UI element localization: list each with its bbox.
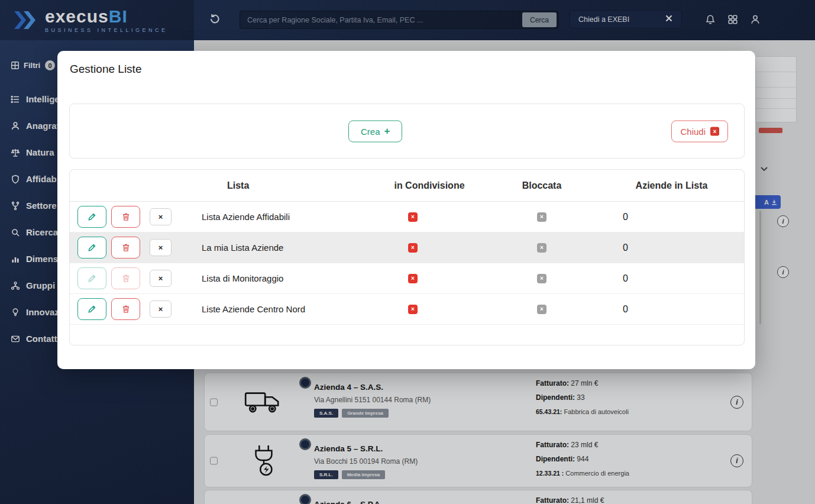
table-row[interactable]: × Lista di Monitoraggio × × 0 (70, 263, 744, 294)
create-list-button[interactable]: Crea + (348, 120, 402, 142)
blocked-state-badge: × (537, 305, 546, 314)
trash-icon (122, 243, 130, 252)
trash-icon (122, 274, 130, 283)
delete-list-button[interactable] (111, 298, 140, 320)
close-modal-label: Chiudi (680, 126, 706, 136)
blocked-state-badge: × (537, 212, 546, 222)
delete-list-button[interactable] (111, 206, 140, 228)
blocked-state-badge: × (537, 274, 546, 283)
pencil-icon (88, 305, 96, 314)
modal-toolbar: Crea + Chiudi × (69, 104, 745, 159)
list-name: La mia Lista Aziende (202, 243, 373, 253)
plus-icon: + (384, 127, 390, 135)
pencil-icon (88, 274, 96, 283)
close-x-icon: × (710, 127, 719, 135)
companies-count: 0 (598, 212, 745, 222)
modal-title: Gestione Liste (70, 63, 141, 76)
list-name: Lista Aziende Affidabili (202, 212, 373, 222)
delete-list-button[interactable] (111, 237, 140, 259)
remove-from-list-button[interactable]: × (150, 270, 172, 287)
shared-state-badge: × (408, 274, 418, 283)
companies-count: 0 (598, 304, 745, 315)
edit-list-button[interactable] (77, 206, 106, 228)
table-header-row: Lista in Condivisione Bloccata Aziende i… (70, 170, 744, 202)
remove-from-list-button[interactable]: × (150, 239, 172, 256)
pencil-icon (88, 212, 96, 221)
trash-icon (122, 212, 130, 221)
shared-state-badge: × (408, 305, 418, 314)
shared-state-badge: × (408, 212, 418, 222)
trash-icon (122, 305, 130, 314)
remove-from-list-button[interactable]: × (150, 208, 172, 225)
column-header-bloccata: Bloccata (486, 180, 598, 191)
companies-count: 0 (598, 243, 745, 253)
edit-list-button[interactable] (77, 298, 106, 320)
column-header-condivisione: in Condivisione (373, 180, 486, 191)
gestione-liste-modal: Gestione Liste Crea + Chiudi × Lista in … (57, 51, 755, 369)
app-root: execusBI BUSINESS INTELLIGENCE Cerca Chi… (0, 0, 815, 504)
close-modal-button[interactable]: Chiudi × (671, 120, 728, 142)
pencil-icon (88, 243, 96, 252)
table-row[interactable]: × Lista Aziende Affidabili × × 0 (70, 202, 744, 232)
edit-list-button[interactable] (77, 237, 106, 259)
remove-from-list-button[interactable]: × (150, 301, 172, 318)
table-row[interactable]: × La mia Lista Aziende × × 0 (70, 232, 744, 263)
table-row[interactable]: × Liste Aziende Centro Nord × × 0 (70, 294, 744, 325)
create-list-label: Crea (361, 126, 380, 136)
blocked-state-badge: × (537, 243, 546, 253)
column-header-aziende: Aziende in Lista (598, 180, 745, 191)
delete-list-button[interactable] (111, 267, 140, 289)
companies-count: 0 (598, 273, 745, 284)
edit-list-button[interactable] (77, 267, 106, 289)
list-name: Lista di Monitoraggio (202, 273, 373, 283)
column-header-lista: Lista (202, 180, 373, 191)
list-name: Liste Aziende Centro Nord (202, 304, 373, 314)
lists-table: Lista in Condivisione Bloccata Aziende i… (69, 169, 745, 345)
shared-state-badge: × (408, 243, 418, 253)
